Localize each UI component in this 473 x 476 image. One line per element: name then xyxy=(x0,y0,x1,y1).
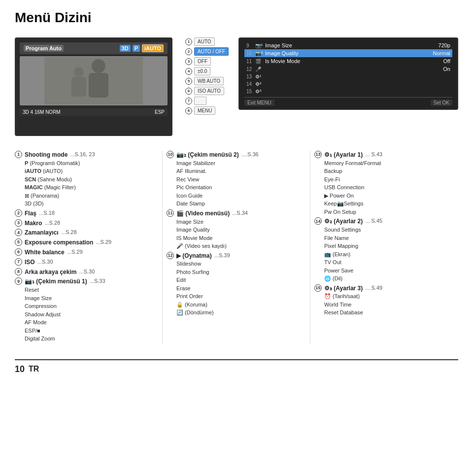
list-item: Photo Surfing xyxy=(176,268,306,276)
column-3: 13 ⚙₁ (Ayarlar 1) ... S.43 Memory Format… xyxy=(310,151,458,344)
list-item: Shadow Adjust xyxy=(25,310,158,319)
camera-footer: 3D 4 16M NORM ESP xyxy=(20,108,168,116)
list-item: Date Stamp xyxy=(176,200,306,208)
list-item: Image Stabilizer xyxy=(176,159,306,168)
menu-display-panel: 9 📷¹ Image Size 720p 10 📷² Image Quality… xyxy=(238,37,458,110)
list-item: Power Save xyxy=(324,267,454,275)
entry-10: 10 📷₂ (Çekim menüsü 2) ....S.36 Image St… xyxy=(167,151,306,208)
column-1: 1 Shooting mode ...S.16, 23 P (Programlı… xyxy=(15,151,163,344)
column-2: 10 📷₂ (Çekim menüsü 2) ....S.36 Image St… xyxy=(163,151,310,344)
camera-footer-left: 3D 4 16M NORM xyxy=(23,109,61,115)
diagram-area: Program Auto 3D P iAUTO 3D 4 16M N xyxy=(15,37,458,136)
entry-6: 6 White balance ...S.29 xyxy=(15,248,158,257)
list-item: Icon Guide xyxy=(176,192,306,200)
list-item: Reset Database xyxy=(324,308,454,317)
badge-3d: 3D xyxy=(120,45,131,52)
list-item: 🔒 (Koruma) xyxy=(176,301,306,309)
list-item: Backup xyxy=(324,167,454,175)
menu-num-5: 5 WB AUTO xyxy=(185,77,229,85)
entry-14: 14 ⚙₂ (Ayarlar 2) ... S.45 Sound Setting… xyxy=(314,217,454,282)
set-label: Set OK xyxy=(431,100,452,106)
menu-row-9: 9 📷¹ Image Size 720p xyxy=(244,41,452,49)
list-item: Erase xyxy=(176,284,306,293)
list-item: iAUTO (iAUTO) xyxy=(25,167,158,175)
list-item: Memory Format/Format xyxy=(324,159,454,168)
camera-display: Program Auto 3D P iAUTO 3D 4 16M N xyxy=(15,37,172,136)
camera-footer-right: ESP xyxy=(155,109,165,115)
entry-4: 4 Zamanlayıcı ...S.28 xyxy=(15,229,158,237)
list-item: AF Illuminat. xyxy=(176,167,306,175)
content-area: 1 Shooting mode ...S.16, 23 P (Programlı… xyxy=(15,151,458,344)
list-item: ▶ Power On xyxy=(324,192,454,200)
menu-row-10: 10 📷² Image Quality Normal xyxy=(244,49,452,57)
camera-mode-label: Program Auto xyxy=(24,45,64,52)
entry-8: 8 Arka arkaya çekim ...S.30 xyxy=(15,268,158,276)
list-item: MAGIC (Magic Filter) xyxy=(25,183,158,192)
entry-11: 11 🎬 (Video menüsü) ...S.34 Image Size I… xyxy=(167,209,306,250)
badge-iauto: iAUTO xyxy=(142,44,164,52)
list-item: ⏰ (Tarih/saat) xyxy=(324,292,454,301)
exit-label: Exit MENU xyxy=(244,100,274,106)
list-item: 🌐 (Dil) xyxy=(324,274,454,283)
camera-header: Program Auto 3D P iAUTO xyxy=(20,42,168,54)
entry-2: 2 Flaş ...S.18 xyxy=(15,209,158,218)
menu-row-15: 15 ⚙³ xyxy=(244,88,452,95)
list-item: Pic Orientation xyxy=(176,183,306,192)
menu-number-list: 1 AUTO 2 AUTO / OFF 3 OFF 4 ±0.0 5 WB AU… xyxy=(185,37,229,115)
list-item: 3D (3D) xyxy=(25,200,158,208)
entry-15: 15 ⚙₃ (Ayarlar 3) ... S.49 ⏰ (Tarih/saat… xyxy=(314,284,454,317)
camera-preview-image xyxy=(44,57,143,104)
menu-num-3: 3 OFF xyxy=(185,57,229,66)
menu-num-6: 6 ISO AUTO xyxy=(185,87,229,95)
entry-12: 12 ▶ (Oynatma) ...S.39 Slideshow Photo S… xyxy=(167,252,306,317)
list-item: Print Order xyxy=(176,292,306,301)
list-item: USB Connection xyxy=(324,183,454,192)
svg-rect-5 xyxy=(44,57,143,104)
list-item: Digital Zoom xyxy=(25,335,158,343)
list-item: P (Programlı Otomatik) xyxy=(25,159,158,168)
list-item: TV Out xyxy=(324,258,454,267)
entry-5: 5 Exposure compensation ...S.29 xyxy=(15,238,158,247)
page-number: 10 xyxy=(15,364,25,374)
badge-p: P xyxy=(133,45,140,52)
entry-7: 7 ISO ...S.30 xyxy=(15,258,158,267)
list-item: Compression xyxy=(25,302,158,310)
list-item: Reset xyxy=(25,286,158,294)
entry-1: 1 Shooting mode ...S.16, 23 P (Programlı… xyxy=(15,151,158,208)
menu-row-14: 14 ⚙² xyxy=(244,80,452,88)
list-item: IS Movie Mode xyxy=(176,234,306,242)
list-item: File Name xyxy=(324,234,454,242)
list-item: 🔄 (Döndürme) xyxy=(176,308,306,317)
list-item: Image Quality xyxy=(176,226,306,234)
entry-9: 9 📷₁ (Çekim menüsü 1) ...S.33 Reset Imag… xyxy=(15,277,158,342)
mode-badges: 3D P iAUTO xyxy=(120,44,164,52)
list-item: 🎤 (Video ses kaydı) xyxy=(176,242,306,250)
menu-num-2: 2 AUTO / OFF xyxy=(185,47,229,56)
list-item: Slideshow xyxy=(176,260,306,268)
list-item: Eye-Fi xyxy=(324,175,454,184)
list-item: Image Size xyxy=(25,294,158,303)
list-item: ⊠ (Panorama) xyxy=(25,192,158,200)
entry-13: 13 ⚙₁ (Ayarlar 1) ... S.43 Memory Format… xyxy=(314,151,454,216)
entry-3: 3 Makro ...S.28 xyxy=(15,219,158,228)
list-item: AF Mode xyxy=(25,318,158,327)
menu-num-8: 8 MENU xyxy=(185,106,229,115)
page-title: Menü Dizini xyxy=(15,10,458,26)
list-item: Rec View xyxy=(176,175,306,184)
page-language: TR xyxy=(29,365,39,374)
list-item: Image Size xyxy=(176,218,306,226)
list-item: Keep📷Settings xyxy=(324,200,454,208)
list-item: Sound Settings xyxy=(324,226,454,234)
menu-num-4: 4 ±0.0 xyxy=(185,67,229,75)
list-item: 📺 (Ekran) xyxy=(324,250,454,259)
page-footer: 10 TR xyxy=(15,359,458,374)
list-item: World Time xyxy=(324,301,454,309)
menu-row-13: 13 ⚙¹ xyxy=(244,73,452,80)
menu-display-footer: Exit MENU Set OK xyxy=(244,97,452,106)
menu-num-7: 7 xyxy=(185,97,229,105)
list-item: Pixel Mapping xyxy=(324,242,454,250)
list-item: Edit xyxy=(176,276,306,284)
list-item: Pw On Setup xyxy=(324,208,454,216)
menu-num-1: 1 AUTO xyxy=(185,37,229,46)
menu-row-12: 12 🎤 On xyxy=(244,65,452,73)
